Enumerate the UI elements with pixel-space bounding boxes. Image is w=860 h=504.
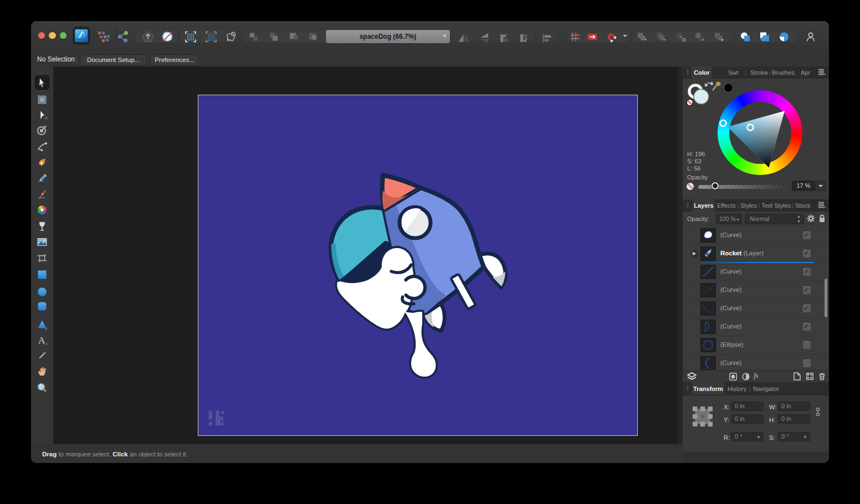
svg-text:A: A xyxy=(38,335,45,346)
